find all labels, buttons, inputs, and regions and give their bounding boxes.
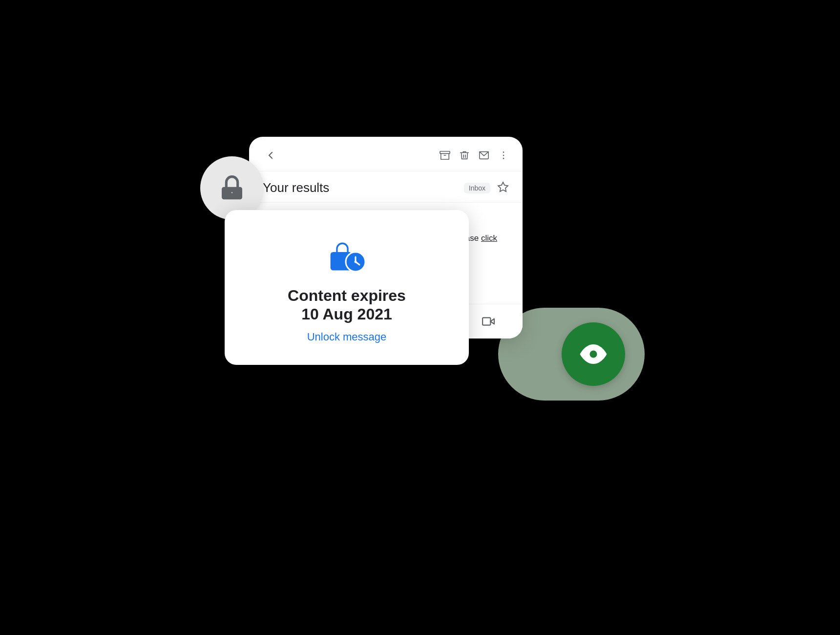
email-subject-row: Your results Inbox — [249, 171, 523, 203]
svg-marker-9 — [498, 182, 508, 191]
delete-icon[interactable] — [459, 150, 470, 161]
unlock-message-link[interactable]: Unlock message — [307, 331, 387, 343]
svg-rect-13 — [483, 318, 490, 325]
svg-point-18 — [355, 261, 357, 263]
svg-point-8 — [503, 158, 504, 159]
svg-point-1 — [231, 191, 234, 194]
svg-point-6 — [503, 151, 504, 153]
eye-icon — [579, 339, 608, 369]
eye-badge — [562, 322, 625, 386]
nav-video[interactable] — [473, 311, 504, 332]
back-button[interactable] — [263, 148, 278, 163]
expiry-card: Content expires 10 Aug 2021 Unlock messa… — [225, 210, 469, 365]
back-arrow-icon — [265, 149, 276, 161]
email-header — [249, 137, 523, 171]
video-nav-icon — [482, 315, 495, 328]
email-toolbar — [440, 150, 509, 161]
star-button[interactable] — [497, 181, 509, 194]
more-options-icon[interactable] — [498, 150, 509, 161]
expiry-title: Content expires 10 Aug 2021 — [288, 286, 406, 324]
clock-icon — [345, 251, 366, 273]
svg-marker-12 — [490, 319, 494, 324]
svg-point-7 — [503, 155, 504, 156]
expiry-icon-container — [327, 233, 366, 273]
svg-point-2 — [590, 351, 597, 358]
star-icon — [497, 181, 509, 193]
svg-rect-3 — [440, 151, 450, 154]
email-icon[interactable] — [479, 150, 489, 161]
lock-icon — [218, 174, 246, 202]
email-subject: Your results — [263, 180, 457, 195]
inbox-badge: Inbox — [464, 183, 490, 193]
archive-icon[interactable] — [440, 150, 450, 161]
